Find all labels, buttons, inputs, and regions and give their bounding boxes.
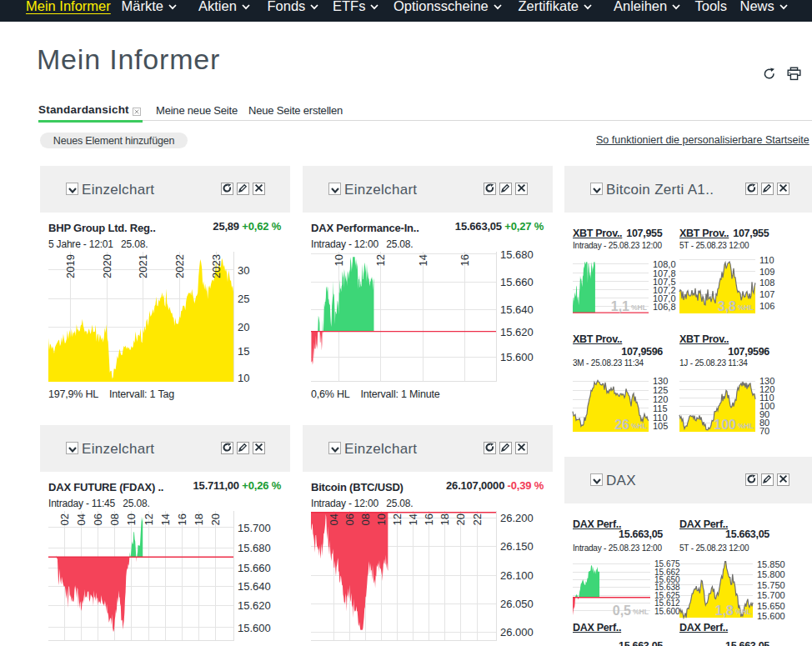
card-refresh-button[interactable] [221,442,233,454]
collapse-toggle[interactable] [328,442,341,454]
nav-item-zertifikate[interactable]: Zertifikate [519,0,592,16]
nav-item-markte[interactable]: Märkte [122,0,177,16]
card-refresh-button[interactable] [484,442,496,454]
card-close-button[interactable] [515,442,528,454]
refresh-icon [747,183,756,195]
instrument-link[interactable]: XBT Prov.. [573,333,622,345]
instrument-link[interactable]: DAX FUTURE (FDAX) .. [48,481,163,493]
svg-text:16: 16 [176,513,188,525]
card-edit-button[interactable] [761,473,774,486]
chevron-down-icon [779,4,788,10]
nav-item-tools[interactable]: Tools [695,0,728,16]
svg-text:108: 108 [759,278,774,288]
chevron-down-icon [68,441,77,456]
svg-text:26.150: 26.150 [500,540,534,553]
instrument-price: 15.663,05 [573,528,663,540]
card-close-button[interactable] [515,183,528,195]
price-change: +0,27 % [504,220,544,233]
nav-item-etfs[interactable]: ETFs [333,0,378,16]
nav-item-optionsscheine[interactable]: Optionsscheine [393,0,502,16]
print-button[interactable] [787,67,801,83]
svg-text:15.600: 15.600 [500,351,534,363]
instrument-link[interactable]: XBT Prov.. [679,333,729,345]
instrument-price: 15.663,05 [679,640,769,646]
tab-close-icon[interactable] [133,104,141,119]
card-refresh-button[interactable] [745,473,758,486]
card-close-button[interactable] [777,473,789,486]
instrument-link[interactable]: DAX Perf.. [573,622,621,633]
nav-item-mein-informer[interactable]: Mein Informer [26,0,111,16]
card-close-button[interactable] [253,442,265,454]
instrument-link[interactable]: XBT Prov.. [679,228,729,239]
tab-neue-seite-erstellen[interactable]: Neue Seite erstellen [248,104,343,117]
svg-text:26: 26 [614,418,629,432]
svg-text:%HL: %HL [735,608,751,616]
widget-card: Einzelchart Bitcoin (BTC/USD)26.107,0000… [303,425,553,472]
collapse-toggle[interactable] [590,183,603,195]
chart-subtitle: 5T - 25.08.23 12:00 [679,543,785,554]
card-edit-button[interactable] [237,442,249,454]
svg-text:%HL: %HL [631,303,647,312]
svg-text:12: 12 [143,513,155,525]
svg-text:106: 106 [759,301,774,311]
price-chart: 13012512011511010526%HL [573,374,679,433]
instrument-link[interactable]: DAX Perf.. [573,518,621,530]
pencil-icon [763,183,772,195]
svg-text:06: 06 [343,513,356,525]
card-close-button[interactable] [253,183,265,195]
widget-card: Einzelchart BHP Group Ltd. Reg..25,89 +0… [40,166,290,213]
card-edit-button[interactable] [761,183,774,195]
nav-item-fonds[interactable]: Fonds [268,0,319,16]
svg-text:18: 18 [193,513,205,525]
price-chart: 15.70015.68015.66015.64015.62015.6000204… [48,511,282,641]
price-chart: 15.67515.66215.65015.63815.62515.61215.6… [573,561,679,619]
svg-text:10: 10 [238,372,249,384]
pencil-icon [238,442,248,454]
nav-item-aktien[interactable]: Aktien [198,0,250,16]
instrument-link[interactable]: DAX Performance-In.. [311,222,419,234]
instrument-link[interactable]: Bitcoin (BTC/USD) [311,481,403,493]
svg-text:08: 08 [359,513,372,525]
chart-footer: 197,9% HLIntervall: 1 Tag [48,388,174,400]
svg-text:15.650: 15.650 [757,600,785,610]
tab-standardansicht[interactable]: Standardansicht [38,103,129,116]
instrument-price: 15.663,05 [455,220,502,233]
card-actions [484,442,528,454]
collapse-toggle[interactable] [328,183,341,195]
instrument-link[interactable]: DAX Perf.. [679,622,728,633]
refresh-icon [763,71,775,83]
card-header: Einzelchart [303,166,553,213]
mini-chart-cell: XBT Prov..107,95961J - 25.08.23 11:34130… [679,331,785,433]
svg-text:106,8: 106,8 [653,302,676,312]
chart-subtitle: Intraday - 11:45 25.08. [48,498,150,509]
instrument-link[interactable]: BHP Group Ltd. Reg.. [48,222,156,234]
card-edit-button[interactable] [499,183,512,195]
chevron-down-icon [242,4,250,10]
help-link[interactable]: So funktioniert die personalisierbare St… [596,134,809,146]
collapse-toggle[interactable] [66,442,78,454]
card-edit-button[interactable] [237,183,249,195]
card-close-button[interactable] [777,183,789,195]
reload-page-button[interactable] [763,67,775,83]
instrument-link[interactable]: DAX Perf.. [679,518,728,530]
card-refresh-button[interactable] [745,183,758,195]
svg-text:04: 04 [328,513,340,525]
nav-item-news[interactable]: News [740,0,788,16]
card-edit-button[interactable] [499,442,512,454]
svg-text:2022: 2022 [173,254,186,278]
svg-text:14: 14 [159,513,172,525]
card-header: Einzelchart [303,425,553,472]
chevron-down-icon [310,4,318,10]
instrument-link[interactable]: XBT Prov.. [573,228,622,239]
collapse-toggle[interactable] [66,183,78,195]
card-header: Einzelchart [40,425,290,472]
card-refresh-button[interactable] [221,183,233,195]
collapse-toggle[interactable] [590,473,603,486]
nav-item-anleihen[interactable]: Anleihen [614,0,680,16]
svg-text:26.200: 26.200 [500,512,534,524]
tab-meine-neue-seite[interactable]: Meine neue Seite [156,104,238,117]
instrument-price: 26.107,0000 [446,479,504,492]
svg-text:1,1: 1,1 [611,299,629,313]
card-refresh-button[interactable] [484,183,496,195]
add-element-button[interactable]: Neues Element hinzufügen [40,133,188,148]
